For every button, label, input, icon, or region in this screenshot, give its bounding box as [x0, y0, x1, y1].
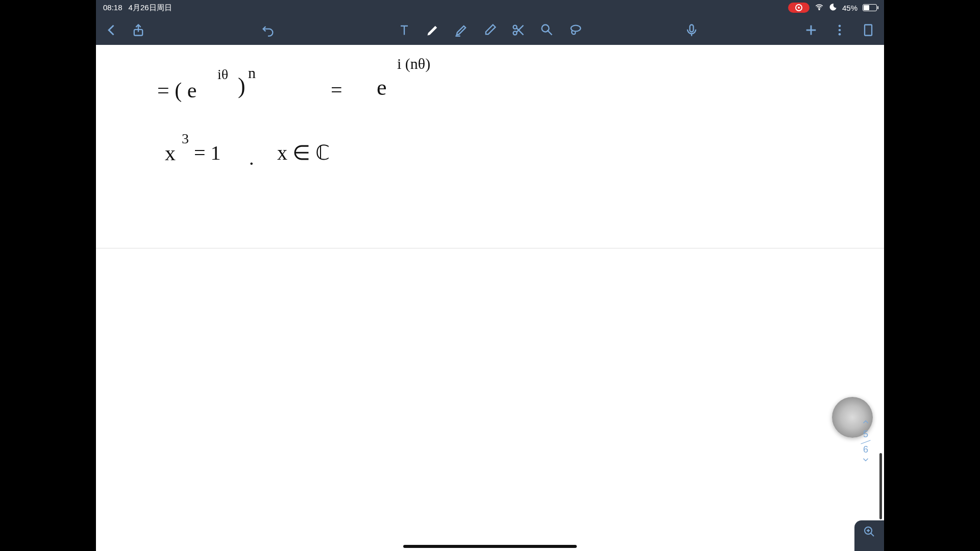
- status-bar: 08:18 4月26日周日 45%: [96, 0, 884, 15]
- app-frame: 08:18 4月26日周日 45%: [96, 0, 884, 551]
- pen-tool[interactable]: [424, 21, 442, 39]
- microphone-button[interactable]: [683, 21, 700, 39]
- letterbox-left: [0, 0, 96, 551]
- page-current: 5: [861, 429, 871, 440]
- scroll-indicator[interactable]: [879, 453, 882, 519]
- highlighter-tool[interactable]: [453, 21, 470, 39]
- status-date: 4月26日周日: [129, 3, 172, 13]
- battery-percentage: 45%: [842, 4, 857, 12]
- battery-icon: [863, 4, 877, 11]
- svg-line-20: [871, 533, 874, 536]
- svg-rect-11: [690, 25, 694, 32]
- handwriting-eq1-rhs-sup: i (nθ): [397, 55, 430, 72]
- handwriting-eq1-pown: n: [248, 64, 256, 82]
- add-button[interactable]: [802, 21, 820, 39]
- zoom-button[interactable]: [854, 520, 884, 551]
- status-time: 08:18: [103, 3, 122, 13]
- home-indicator[interactable]: [403, 545, 577, 548]
- page-divider: [96, 248, 884, 248]
- back-button[interactable]: [103, 21, 120, 39]
- page-total: 6: [861, 444, 871, 455]
- do-not-disturb-icon: [829, 3, 837, 13]
- handwriting-eq2-eq1: = 1: [194, 141, 221, 165]
- chevron-down-icon: [861, 455, 870, 464]
- page-view-button[interactable]: [860, 21, 877, 39]
- handwriting-eq1-paren: ): [238, 73, 246, 99]
- more-menu-button[interactable]: [831, 21, 848, 39]
- note-canvas[interactable]: = ( e iθ ) n = e i (nθ) x 3 = 1 . x ∈ ℂ …: [96, 45, 884, 551]
- handwriting-eq1-rhs-eq: =: [331, 78, 342, 102]
- svg-point-17: [839, 33, 841, 36]
- handwriting-eq2-cube: 3: [182, 131, 189, 147]
- svg-point-15: [839, 25, 841, 28]
- undo-button[interactable]: [259, 21, 277, 39]
- page-navigator[interactable]: 5 6: [861, 417, 871, 467]
- svg-rect-18: [865, 25, 872, 36]
- screen-recording-indicator[interactable]: [788, 3, 810, 13]
- shapes-tool[interactable]: [538, 21, 556, 39]
- page-separator: [861, 440, 870, 444]
- handwriting-eq1-eq: = ( e: [157, 78, 197, 103]
- share-button[interactable]: [130, 21, 147, 39]
- svg-point-16: [839, 29, 841, 32]
- handwriting-eq1-rhs-e: e: [377, 74, 387, 101]
- handwriting-eq2-xinC: x ∈ ℂ: [277, 141, 330, 165]
- letterbox-right: [884, 0, 980, 551]
- scissors-tool[interactable]: [510, 21, 527, 39]
- text-tool[interactable]: [396, 21, 413, 39]
- handwriting-eq2-x: x: [165, 141, 176, 165]
- record-icon: [795, 4, 802, 11]
- chevron-up-icon: [861, 417, 870, 427]
- wifi-icon: [815, 3, 824, 13]
- handwriting-eq2-comma: .: [249, 147, 254, 169]
- zoom-in-icon: [863, 525, 875, 538]
- handwriting-eq1-sup: iθ: [217, 66, 228, 83]
- toolbar: [96, 15, 884, 45]
- svg-point-0: [819, 9, 820, 10]
- svg-point-10: [571, 26, 581, 32]
- eraser-tool[interactable]: [481, 21, 499, 39]
- lasso-tool[interactable]: [567, 21, 584, 39]
